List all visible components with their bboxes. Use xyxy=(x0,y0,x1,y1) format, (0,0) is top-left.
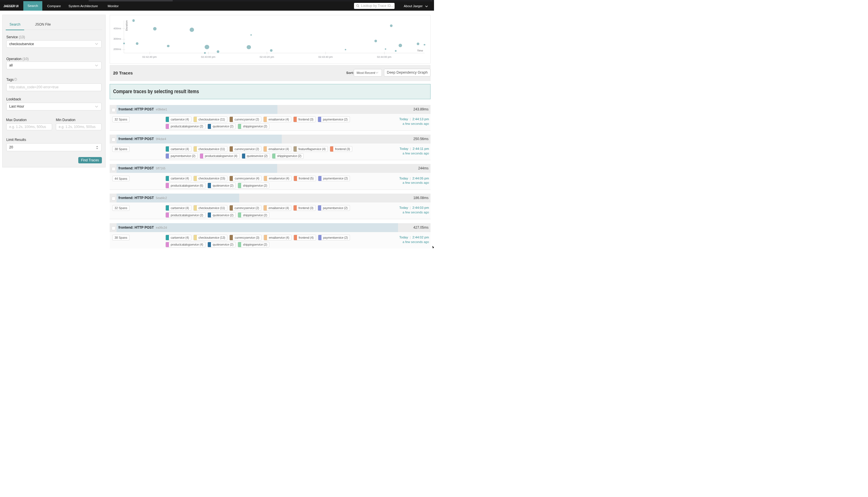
svg-text:?: ? xyxy=(15,78,16,80)
